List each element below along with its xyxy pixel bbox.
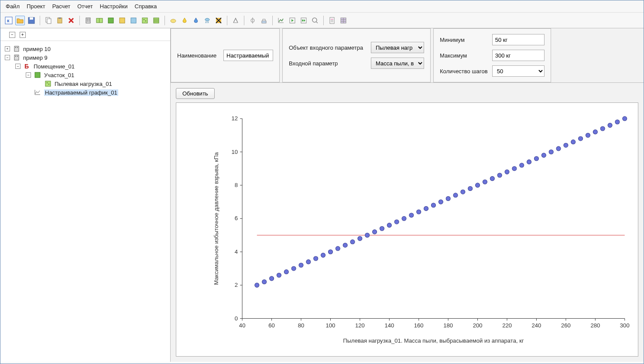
delete-icon[interactable]	[66, 16, 76, 25]
svg-point-105	[314, 256, 318, 261]
rain-icon[interactable]	[202, 16, 212, 25]
droplet-blue-icon[interactable]	[191, 16, 201, 25]
steps-select[interactable]: 50	[492, 65, 545, 77]
svg-point-106	[321, 253, 325, 257]
svg-point-109	[343, 243, 347, 247]
section-icon[interactable]	[106, 16, 116, 25]
building-icon[interactable]	[83, 16, 93, 25]
max-input[interactable]	[492, 50, 545, 61]
svg-point-134	[527, 160, 531, 164]
svg-rect-44	[14, 55, 19, 60]
blue-area-icon[interactable]	[129, 16, 138, 25]
svg-point-51	[48, 84, 49, 85]
min-input[interactable]	[492, 34, 545, 45]
param-group-input: Объект входного параметра Пылевая нагр В…	[282, 28, 431, 82]
svg-point-131	[505, 170, 509, 174]
collapse-all-button[interactable]: −	[9, 32, 15, 38]
svg-point-107	[328, 250, 332, 254]
svg-rect-18	[142, 18, 147, 23]
menu-help[interactable]: Справка	[135, 3, 157, 10]
svg-text:Б: Б	[24, 63, 29, 70]
svg-rect-49	[45, 81, 51, 86]
svg-point-120	[424, 206, 428, 211]
param-group-name: Наименование	[171, 28, 280, 82]
svg-point-31	[312, 18, 317, 22]
tree-item-project2[interactable]: пример 9	[23, 54, 48, 61]
menu-project[interactable]: Проект	[27, 3, 45, 10]
svg-point-125	[461, 190, 465, 194]
svg-text:10: 10	[232, 149, 238, 155]
play-all-icon[interactable]	[299, 16, 308, 25]
input-param-label: Входной параметр	[289, 60, 338, 67]
tree-item-dust[interactable]: Пылевая нагрузка_01	[55, 81, 112, 87]
min-label: Минимум	[440, 37, 465, 43]
svg-text:260: 260	[561, 322, 571, 329]
expander[interactable]: +	[5, 46, 10, 51]
svg-rect-48	[35, 72, 40, 78]
svg-rect-9	[87, 19, 88, 20]
grid-icon[interactable]	[339, 16, 348, 25]
name-input[interactable]	[223, 50, 273, 61]
hazard-icon[interactable]	[214, 16, 223, 25]
menu-file[interactable]: Файл	[6, 3, 20, 10]
svg-text:4: 4	[235, 248, 238, 255]
svg-point-132	[512, 167, 517, 171]
paste-icon[interactable]	[55, 16, 65, 25]
droplet-yellow-icon[interactable]	[180, 16, 189, 25]
copy-icon[interactable]	[44, 16, 53, 25]
svg-text:к: к	[7, 18, 10, 23]
svg-point-124	[453, 193, 458, 197]
expander[interactable]: −	[26, 72, 31, 78]
yellow-area-icon[interactable]	[117, 16, 127, 25]
svg-point-19	[144, 19, 144, 20]
app-icon[interactable]: к	[4, 16, 14, 25]
svg-point-117	[402, 216, 406, 221]
green-dust-icon[interactable]	[140, 16, 150, 25]
open-icon[interactable]	[15, 16, 25, 25]
svg-text:160: 160	[414, 322, 424, 329]
svg-point-101	[284, 270, 288, 274]
tree-item-room[interactable]: Помещение_01	[34, 63, 75, 70]
expand-all-button[interactable]: +	[20, 32, 26, 38]
tree-item-project1[interactable]: пример 10	[23, 46, 51, 52]
cloud-icon[interactable]	[168, 16, 178, 25]
svg-point-108	[336, 246, 340, 251]
svg-text:120: 120	[355, 322, 365, 329]
tool1-icon[interactable]	[231, 16, 240, 25]
tool2-icon[interactable]	[248, 16, 257, 25]
svg-point-139	[564, 143, 568, 147]
tool3-icon[interactable]	[259, 16, 269, 25]
svg-text:220: 220	[502, 322, 512, 329]
menu-calc[interactable]: Расчет	[52, 3, 70, 10]
svg-text:Максимальное избыточное давлен: Максимальное избыточное давление взрыва,…	[213, 152, 219, 285]
svg-text:40: 40	[239, 322, 246, 329]
svg-point-103	[299, 263, 303, 267]
room-icon[interactable]	[95, 16, 104, 25]
expander[interactable]: −	[15, 64, 21, 69]
expander[interactable]: −	[5, 55, 10, 60]
chart-icon[interactable]	[276, 16, 286, 25]
menu-settings[interactable]: Настройки	[100, 3, 128, 10]
chart-svg: 4060801001201401601802002202402602803000…	[176, 103, 638, 356]
svg-point-143	[593, 130, 597, 134]
play-icon[interactable]	[288, 16, 297, 25]
doc-icon[interactable]	[327, 16, 337, 25]
menu-report[interactable]: Отчет	[77, 3, 93, 10]
zoom-icon[interactable]	[310, 16, 320, 25]
tree-item-chart[interactable]: Настраиваемый график_01	[44, 89, 118, 96]
svg-point-136	[541, 153, 546, 157]
update-button[interactable]: Обновить	[176, 88, 215, 99]
chart-tree-icon	[34, 89, 41, 96]
main-panel: Наименование Объект входного параметра П…	[171, 28, 644, 362]
svg-text:12: 12	[232, 115, 238, 122]
object-select[interactable]: Пылевая нагр	[371, 42, 424, 53]
save-icon[interactable]	[27, 16, 36, 25]
svg-point-123	[446, 196, 450, 201]
input-param-select[interactable]: Масса пыли, в	[371, 58, 424, 69]
tree-item-section[interactable]: Участок_01	[44, 72, 74, 78]
name-label: Наименование	[177, 52, 216, 59]
svg-point-23	[205, 18, 209, 21]
svg-point-112	[365, 233, 370, 237]
svg-text:60: 60	[268, 322, 275, 329]
striped-area-icon[interactable]	[151, 16, 161, 25]
